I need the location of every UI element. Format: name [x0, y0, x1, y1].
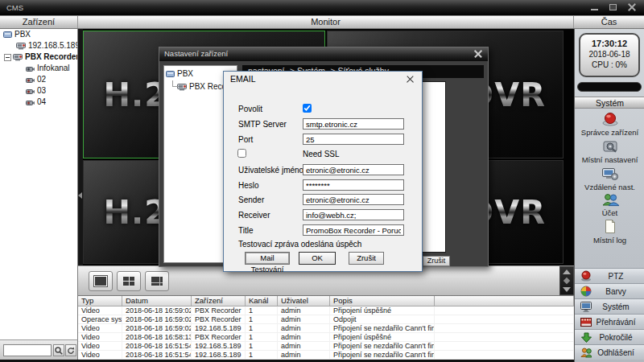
enable-label: Povolit	[238, 105, 262, 113]
tree-item-label: Infokanal	[37, 63, 70, 74]
sidebar-button-colors[interactable]: Barvy	[575, 283, 644, 298]
log-col-popis[interactable]: Popis	[330, 296, 435, 306]
cancel-button[interactable]: Zrušit	[349, 252, 384, 265]
tree-item-label: 04	[37, 97, 46, 108]
settings-cancel-button[interactable]: Zrušit	[423, 256, 450, 266]
minimize-icon[interactable]	[591, 9, 598, 10]
tree-item-channel-04[interactable]: 04	[0, 97, 77, 108]
log-cell: 1	[246, 351, 278, 359]
log-row[interactable]: Video2018-06-18 16:51:54192.168.5.1891ad…	[78, 351, 574, 360]
refresh-button[interactable]	[65, 344, 76, 356]
layout-single-button[interactable]	[89, 271, 113, 291]
device-icon	[16, 42, 26, 50]
log-row[interactable]: Video2018-06-18 16:59:02192.168.5.1891ad…	[78, 324, 574, 333]
log-cell: 1	[246, 342, 278, 350]
device-icon	[13, 53, 23, 61]
sidebar-button-ptz[interactable]: PTZ	[575, 268, 644, 283]
right-panel-collapse-control[interactable]	[559, 266, 574, 295]
log-col-zarizeni[interactable]: Zařízení	[192, 296, 246, 306]
arrow-up-icon	[563, 269, 571, 274]
log-cell: Připojení se nezdařilo Cann't find the d…	[330, 342, 435, 350]
layout-custom-button[interactable]	[145, 271, 169, 291]
sidebar-item-label: Místní log	[575, 236, 644, 245]
tree-item-channel-infokanal[interactable]: Infokanal	[0, 63, 77, 74]
joystick-icon	[580, 270, 592, 282]
sidebar-button-label: Systém	[592, 302, 644, 311]
red-button-icon	[601, 112, 619, 126]
port-input[interactable]	[303, 134, 404, 145]
camera-icon	[26, 99, 35, 106]
log-row[interactable]: Operace syst...2018-06-18 16:59:02PBX Re…	[78, 315, 574, 324]
sidebar-item-account[interactable]: Účet	[575, 193, 644, 217]
tree-item-device-recorder[interactable]: PBX Recorder	[0, 51, 77, 63]
log-cell	[435, 324, 574, 332]
log-row[interactable]: Video2018-06-18 16:59:02PBX Recorder1adm…	[78, 306, 574, 315]
log-cell: Odpojit	[330, 315, 435, 323]
log-col-typ[interactable]: Typ	[78, 296, 122, 306]
sidebar-button-logout[interactable]: Odhlášení	[575, 344, 644, 360]
log-cell: admin	[278, 351, 330, 359]
title-input[interactable]	[303, 224, 404, 236]
device-tree-panel: PBX 192.168.5.189 PBX Recorder Infokanal…	[0, 29, 78, 339]
sender-label: Sender	[238, 195, 264, 204]
sidebar-button-advanced[interactable]: Pokročilé	[575, 329, 644, 344]
log-cell: 2018-06-18 16:59:02	[122, 324, 192, 332]
log-cell: admin	[278, 342, 330, 350]
mail-test-button[interactable]: Mail Testování	[245, 252, 290, 265]
close-icon[interactable]	[628, 3, 636, 11]
log-cell: admin	[278, 333, 330, 341]
search-button[interactable]	[53, 344, 64, 356]
grid-custom-icon	[151, 277, 163, 286]
refresh-icon	[67, 347, 75, 355]
system-sidebar: 17:30:12 2018-06-18 CPU : 0% Systém Sprá…	[574, 29, 644, 362]
log-col-uzivatel[interactable]: Uživatel	[278, 296, 330, 306]
window-titlebar: CMS	[0, 0, 644, 15]
sidebar-item-remote-settings[interactable]: Vzdálené nast.	[575, 167, 644, 191]
diamond-icon	[564, 278, 570, 284]
collapse-expander-icon[interactable]	[4, 54, 11, 61]
log-col-datum[interactable]: Datum	[122, 296, 192, 306]
log-cell: PBX Recorder	[192, 315, 246, 323]
search-input[interactable]	[3, 344, 52, 356]
log-cell: 1	[246, 324, 278, 332]
tree-item-channel-02[interactable]: 02	[0, 74, 77, 85]
log-col-kanal[interactable]: Kanál	[246, 296, 278, 306]
tree-item-pbx-root[interactable]: PBX	[0, 29, 77, 40]
password-input[interactable]	[303, 179, 404, 191]
sender-input[interactable]	[303, 194, 404, 205]
username-input[interactable]	[303, 164, 404, 175]
receiver-input[interactable]	[303, 209, 404, 220]
layout-quad-button[interactable]	[117, 271, 141, 291]
tree-branch-line	[172, 80, 179, 87]
sidebar-item-label: Správce zařízení	[575, 128, 644, 137]
log-row[interactable]: Video2018-06-18 16:51:54192.168.5.1891ad…	[78, 342, 574, 351]
tree-item-device-ip[interactable]: 192.168.5.189	[0, 40, 77, 51]
sidebar-button-playback[interactable]: Přehrávání	[575, 314, 644, 329]
sidebar-item-label: Účet	[575, 208, 644, 217]
sidebar-item-local-settings[interactable]: Místní nastavení	[575, 139, 644, 164]
sidebar-button-system[interactable]: Systém	[575, 298, 644, 314]
camera-icon	[26, 76, 35, 84]
smtp-input[interactable]	[303, 118, 404, 130]
app-title: CMS	[6, 3, 23, 12]
close-icon[interactable]	[407, 76, 414, 83]
tree-item-label: 192.168.5.189	[28, 40, 78, 51]
enable-checkbox[interactable]	[303, 104, 312, 113]
arrow-down-icon	[563, 287, 571, 292]
log-row[interactable]: Video2018-06-18 16:58:13PBX Recorder1adm…	[78, 333, 574, 342]
ok-button[interactable]: OK	[299, 252, 336, 265]
sidebar-item-device-manager[interactable]: Správce zařízení	[575, 112, 644, 137]
settings-dialog-titlebar[interactable]: Nastavení zařízení	[159, 47, 488, 61]
restore-icon[interactable]	[609, 4, 617, 10]
ssl-checkbox[interactable]	[237, 149, 246, 158]
ssl-label: Need SSL	[303, 150, 340, 158]
log-cell: Připojení se nezdařilo Cann't find the d…	[330, 324, 435, 332]
sidebar-item-label: Místní nastavení	[575, 155, 644, 164]
close-icon[interactable]	[474, 50, 482, 58]
log-cell	[435, 306, 574, 315]
log-cell: Video	[78, 351, 122, 359]
tree-item-channel-03[interactable]: 03	[0, 85, 77, 97]
log-cell: 192.168.5.189	[192, 342, 246, 350]
sidebar-item-local-log[interactable]: Místní log	[575, 219, 644, 245]
log-cell	[435, 333, 574, 341]
